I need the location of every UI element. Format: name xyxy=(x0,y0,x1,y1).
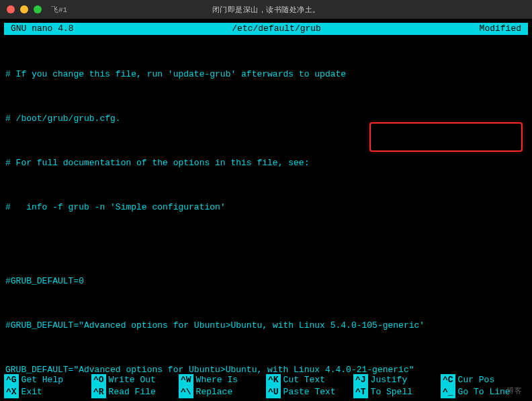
shortcut-justify[interactable]: ^J Justify xyxy=(353,374,441,386)
shortcut-label: Replace xyxy=(196,386,233,398)
shortcut-replace[interactable]: ^\ Replace xyxy=(179,386,266,398)
shortcut-to-spell[interactable]: ^T To Spell xyxy=(353,386,441,398)
editor-line: #GRUB_DEFAULT=0 xyxy=(5,274,527,289)
shortcut-cut-text[interactable]: ^K Cut Text xyxy=(266,374,353,386)
key-label: ^W xyxy=(179,374,193,386)
nano-header: GNU nano 4.8 /etc/default/grub Modified xyxy=(4,23,528,35)
shortcut-label: Read File xyxy=(109,386,156,398)
editor-line: #GRUB_DEFAULT="Advanced options for Ubun… xyxy=(5,318,527,333)
key-label: ^U xyxy=(266,386,281,398)
shortcut-label: Go To Line xyxy=(458,386,511,398)
editor-line: # If you change this file, run 'update-g… xyxy=(5,67,527,82)
editor-line: # info -f grub -n 'Simple configuration' xyxy=(5,200,527,215)
shortcut-bar: ^G Get Help ^O Write Out ^W Where Is ^K … xyxy=(4,374,528,398)
key-label: ^G xyxy=(4,374,19,386)
shortcut-label: Get Help xyxy=(21,374,63,386)
annotation-highlight xyxy=(369,122,523,152)
nano-status: Modified xyxy=(480,23,525,35)
watermark: 博客 xyxy=(506,386,523,396)
shortcut-where-is[interactable]: ^W Where Is xyxy=(179,374,266,386)
shortcut-label: Cur Pos xyxy=(458,374,495,386)
tab-label: 飞#1 xyxy=(51,5,67,15)
shortcut-read-file[interactable]: ^R Read File xyxy=(91,386,179,398)
editor-area[interactable]: # If you change this file, run 'update-g… xyxy=(0,36,532,401)
key-label: ^X xyxy=(4,386,19,398)
shortcut-exit[interactable]: ^X Exit xyxy=(4,386,91,398)
shortcut-cur-pos[interactable]: ^C Cur Pos xyxy=(441,374,528,386)
nano-file-path: /etc/default/grub xyxy=(74,23,480,35)
maximize-icon[interactable] xyxy=(34,5,42,13)
shortcut-paste-text[interactable]: ^U Paste Text xyxy=(266,386,353,398)
shortcut-label: Paste Text xyxy=(283,386,336,398)
shortcut-label: Where Is xyxy=(196,374,238,386)
key-label: ^T xyxy=(353,386,368,398)
shortcut-label: Exit xyxy=(21,386,42,398)
shortcut-write-out[interactable]: ^O Write Out xyxy=(91,374,179,386)
shortcut-get-help[interactable]: ^G Get Help xyxy=(4,374,91,386)
traffic-lights xyxy=(7,5,42,13)
shortcut-label: Write Out xyxy=(109,374,156,386)
close-icon[interactable] xyxy=(7,5,15,13)
key-label: ^K xyxy=(266,374,281,386)
key-label: ^R xyxy=(91,386,106,398)
key-label: ^\ xyxy=(179,386,193,398)
nano-app-name: GNU nano 4.8 xyxy=(7,23,74,35)
shortcut-label: Cut Text xyxy=(283,374,325,386)
editor-line: # For full documentation of the options … xyxy=(5,156,527,171)
shortcut-label: To Spell xyxy=(371,386,412,398)
key-label: ^J xyxy=(353,374,368,386)
window-titlebar: 飞#1 闭门即是深山，读书随处净土。 xyxy=(0,0,532,19)
key-label: ^_ xyxy=(441,386,455,398)
minimize-icon[interactable] xyxy=(20,5,28,13)
window-title: 闭门即是深山，读书随处净土。 xyxy=(212,5,320,15)
shortcut-label: Justify xyxy=(371,374,408,386)
key-label: ^O xyxy=(91,374,106,386)
editor-line: # /boot/grub/grub.cfg. xyxy=(5,112,527,126)
key-label: ^C xyxy=(441,374,455,386)
